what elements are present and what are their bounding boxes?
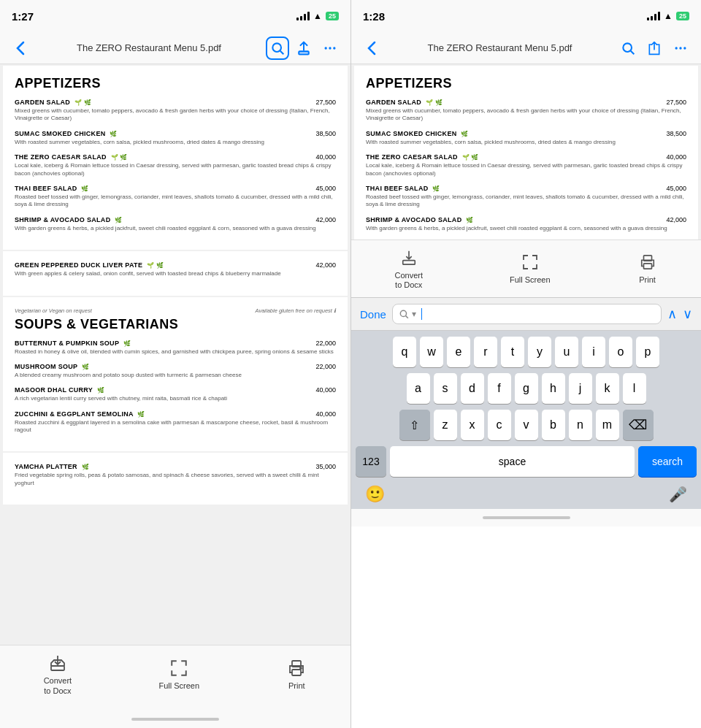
item-desc: Roasted beef tossed with ginger, lemongr… bbox=[15, 194, 336, 209]
keyboard-row-3: ⇧ z x c v b n m ⌫ bbox=[353, 410, 699, 440]
fullscreen-button-left[interactable]: Full Screen bbox=[158, 658, 199, 691]
svg-line-11 bbox=[631, 50, 635, 54]
fullscreen-icon-right bbox=[520, 252, 540, 272]
key-m[interactable]: m bbox=[596, 410, 619, 440]
key-c[interactable]: c bbox=[488, 410, 511, 440]
time-left: 1:27 bbox=[12, 10, 34, 23]
convert-button-left[interactable]: Convert to Docx bbox=[44, 653, 72, 695]
item-name: BUTTERNUT & PUMPKIN SOUP 🌿 bbox=[15, 340, 310, 347]
key-d[interactable]: d bbox=[461, 373, 484, 404]
key-s[interactable]: s bbox=[434, 373, 457, 404]
key-y[interactable]: y bbox=[528, 337, 551, 367]
key-i[interactable]: i bbox=[582, 337, 605, 367]
search-button-left[interactable] bbox=[266, 37, 289, 60]
key-b[interactable]: b bbox=[542, 410, 565, 440]
menu-item-thai-beef-right: THAI BEEF SALAD 🌿 45,000 Roasted beef to… bbox=[366, 185, 686, 209]
key-e[interactable]: e bbox=[447, 337, 470, 367]
appetizers-page-right: APPETIZERS GARDEN SALAD 🌱 🌿 27,500 Mixed… bbox=[354, 66, 698, 240]
key-u[interactable]: u bbox=[555, 337, 578, 367]
fullscreen-button-right[interactable]: Full Screen bbox=[510, 252, 551, 285]
more-button-right[interactable] bbox=[669, 37, 692, 60]
item-name: THE ZERO CAESAR SALAD 🌱 🌿 bbox=[366, 153, 660, 161]
print-icon-right bbox=[637, 252, 658, 272]
space-key[interactable]: space bbox=[390, 446, 635, 477]
key-a[interactable]: a bbox=[407, 373, 430, 404]
item-price: 27,500 bbox=[666, 99, 686, 106]
cursor bbox=[421, 308, 423, 320]
nav-actions-left bbox=[266, 37, 342, 60]
key-w[interactable]: w bbox=[420, 337, 443, 367]
keyboard: q w e r t y u i o p a s d f g h j k l ⇧ … bbox=[351, 331, 701, 509]
key-g[interactable]: g bbox=[515, 373, 538, 404]
share-button-right[interactable] bbox=[643, 37, 666, 60]
print-button-left[interactable]: Print bbox=[286, 658, 307, 691]
item-price: 22,000 bbox=[315, 340, 336, 347]
menu-item-shrimp-right: SHRIMP & AVOCADO SALAD 🌿 42,000 With gar… bbox=[366, 216, 686, 232]
item-name: SUMAC SMOKED CHICKEN 🌿 bbox=[366, 130, 660, 137]
num-key[interactable]: 123 bbox=[356, 446, 386, 477]
done-button[interactable]: Done bbox=[360, 308, 386, 321]
right-phone-panel: 1:28 ▲ 25 The ZERO Restaurant Menu 5.pdf bbox=[350, 0, 701, 728]
find-next-button[interactable]: ∨ bbox=[683, 306, 692, 322]
print-label-left: Print bbox=[288, 681, 305, 691]
svg-point-9 bbox=[300, 667, 302, 669]
nav-actions-right bbox=[616, 37, 692, 60]
key-l[interactable]: l bbox=[623, 373, 646, 404]
key-z[interactable]: z bbox=[434, 410, 457, 440]
search-label: search bbox=[652, 456, 683, 467]
more-button-left[interactable] bbox=[318, 37, 342, 60]
item-price: 27,500 bbox=[315, 99, 336, 106]
item-price: 42,000 bbox=[315, 216, 336, 223]
space-label: space bbox=[499, 456, 526, 467]
item-price: 38,500 bbox=[666, 130, 686, 137]
wifi-icon-right: ▲ bbox=[664, 11, 673, 21]
item-price: 40,000 bbox=[315, 386, 336, 394]
item-name: THAI BEEF SALAD 🌿 bbox=[15, 185, 310, 192]
key-v[interactable]: v bbox=[515, 410, 538, 440]
item-desc: Mixed greens with cucumber, tomato peppe… bbox=[15, 107, 336, 123]
key-f[interactable]: f bbox=[488, 373, 511, 404]
svg-point-4 bbox=[329, 47, 331, 49]
back-button-left[interactable] bbox=[9, 37, 32, 60]
item-name: GARDEN SALAD 🌱 🌿 bbox=[366, 99, 660, 106]
search-key[interactable]: search bbox=[638, 446, 697, 477]
convert-label-right: Convert to Docx bbox=[394, 271, 423, 290]
back-button-right[interactable] bbox=[360, 37, 383, 60]
find-input-wrap[interactable]: ▾ bbox=[392, 304, 662, 324]
emoji-button[interactable]: 🙂 bbox=[365, 485, 385, 504]
key-h[interactable]: h bbox=[542, 373, 565, 404]
key-p[interactable]: p bbox=[636, 337, 659, 367]
svg-point-18 bbox=[400, 310, 406, 316]
status-bar-left: 1:27 ▲ 25 bbox=[0, 0, 350, 32]
doc-title-right: The ZERO Restaurant Menu 5.pdf bbox=[389, 42, 610, 53]
item-desc: Roasted beef tossed with ginger, lemongr… bbox=[366, 194, 686, 209]
key-k[interactable]: k bbox=[596, 373, 619, 404]
convert-button-right[interactable]: Convert to Docx bbox=[394, 248, 423, 290]
delete-key[interactable]: ⌫ bbox=[623, 410, 654, 440]
fullscreen-label-right: Full Screen bbox=[510, 275, 551, 285]
share-button-left[interactable] bbox=[292, 37, 315, 60]
item-name: SHRIMP & AVOCADO SALAD 🌿 bbox=[366, 216, 660, 223]
search-button-right[interactable] bbox=[616, 37, 640, 60]
shift-key[interactable]: ⇧ bbox=[399, 410, 430, 440]
key-j[interactable]: j bbox=[569, 373, 592, 404]
key-q[interactable]: q bbox=[393, 337, 416, 367]
find-prev-button[interactable]: ∧ bbox=[667, 306, 677, 322]
key-x[interactable]: x bbox=[461, 410, 484, 440]
fullscreen-icon-left bbox=[169, 658, 189, 678]
key-r[interactable]: r bbox=[474, 337, 497, 367]
item-name: GREEN PEPPERED DUCK LIVER PATE 🌱 🌿 bbox=[15, 261, 310, 269]
item-desc: Roasted in honey & olive oil, blended wi… bbox=[15, 348, 336, 356]
soups-page-left: Vegetarian or Vegan on request Available… bbox=[3, 297, 348, 452]
key-t[interactable]: t bbox=[501, 337, 524, 367]
print-button-right[interactable]: Print bbox=[637, 252, 658, 285]
mic-button[interactable]: 🎤 bbox=[669, 486, 687, 503]
duck-page-left: GREEN PEPPERED DUCK LIVER PATE 🌱 🌿 42,00… bbox=[3, 251, 348, 295]
key-o[interactable]: o bbox=[609, 337, 632, 367]
convert-icon-left bbox=[47, 653, 68, 673]
item-desc: With garden greens & herbs, a pickled ja… bbox=[15, 225, 336, 232]
find-input[interactable] bbox=[421, 308, 655, 320]
appetizers-page-left: APPETIZERS GARDEN SALAD 🌱 🌿 27,500 Mixed… bbox=[3, 66, 348, 250]
key-n[interactable]: n bbox=[569, 410, 592, 440]
menu-item-caesar-right: THE ZERO CAESAR SALAD 🌱 🌿 40,000 Local k… bbox=[366, 153, 686, 177]
